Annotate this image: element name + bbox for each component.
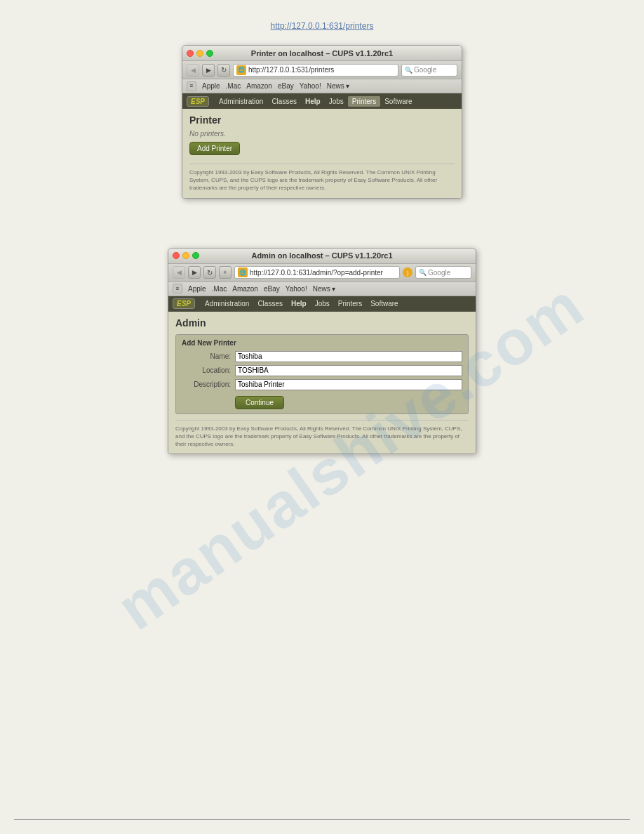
nav-jobs-2[interactable]: Jobs <box>311 298 334 309</box>
nav-administration-1[interactable]: Administration <box>215 96 267 107</box>
bookmarks-icon-1[interactable]: ≡ <box>187 81 196 91</box>
esp-logo-2: ESP <box>173 298 195 309</box>
cups-navbar-2: ESP Administration Classes Help Jobs Pri… <box>168 296 476 312</box>
bookmarks-bar-1: ≡ Apple .Mac Amazon eBay Yahoo! News ▾ <box>182 79 462 93</box>
page-container: manualshive.com http://127.0.0.1:631/pri… <box>0 0 644 834</box>
url-bar-1[interactable]: 🌐 http://127.0.0.1:631/printers <box>233 64 398 77</box>
nav-jobs-1[interactable]: Jobs <box>325 96 348 107</box>
no-printers-text: No printers. <box>189 130 455 138</box>
add-button-2[interactable]: + <box>219 266 232 279</box>
bookmark-mac-1[interactable]: .Mac <box>226 82 241 90</box>
search-text-1: Google <box>414 66 436 74</box>
title-bar-title-2: Admin on localhost – CUPS v1.1.20rc1 <box>251 251 392 260</box>
traffic-light-yellow-2[interactable] <box>182 252 189 259</box>
search-icon-2: 🔍 <box>419 269 427 276</box>
traffic-lights-1 <box>187 50 213 57</box>
continue-button[interactable]: Continue <box>235 396 284 409</box>
page-title-1: Printer <box>189 114 455 126</box>
input-description[interactable] <box>235 379 462 390</box>
cups-footer-1: Copyright 1993-2003 by Easy Software Pro… <box>189 164 455 192</box>
label-location: Location: <box>182 366 231 374</box>
bookmark-news-1[interactable]: News ▾ <box>327 82 350 90</box>
url-text-1: http://127.0.0.1:631/printers <box>248 66 334 74</box>
browser-window-2: Admin on localhost – CUPS v1.1.20rc1 ◀ ▶… <box>168 248 476 455</box>
bookmark-apple-2[interactable]: Apple <box>188 285 206 293</box>
traffic-light-green-2[interactable] <box>192 252 199 259</box>
search-bar-1[interactable]: 🔍 Google <box>401 64 457 77</box>
title-bar-2: Admin on localhost – CUPS v1.1.20rc1 <box>168 249 476 264</box>
form-section-title: Add New Printer <box>182 339 462 347</box>
url-text-2: http://127.0.0.1:631/admin/?op=add-print… <box>250 269 383 277</box>
bookmark-ebay-2[interactable]: eBay <box>264 285 280 293</box>
nav-printers-1[interactable]: Printers <box>348 96 380 107</box>
nav-software-2[interactable]: Software <box>366 298 402 309</box>
browser-window-1: Printer on localhost – CUPS v1.1.20rc1 ◀… <box>182 45 462 199</box>
title-bar-1: Printer on localhost – CUPS v1.1.20rc1 <box>182 46 462 61</box>
traffic-light-red-2[interactable] <box>173 252 180 259</box>
bookmark-amazon-2[interactable]: Amazon <box>232 285 258 293</box>
bookmark-yahoo-1[interactable]: Yahoo! <box>300 82 321 90</box>
nav-printers-2[interactable]: Printers <box>334 298 366 309</box>
refresh-button-1[interactable]: ↻ <box>217 64 230 77</box>
nav-help-2[interactable]: Help <box>287 298 311 309</box>
footer-text-2: Copyright 1993-2003 by Easy Software Pro… <box>175 425 462 447</box>
bookmarks-bar-2: ≡ Apple .Mac Amazon eBay Yahoo! News ▾ <box>168 282 476 296</box>
bookmark-apple-1[interactable]: Apple <box>202 82 220 90</box>
traffic-light-green-1[interactable] <box>206 50 213 57</box>
form-row-location: Location: <box>182 365 462 376</box>
search-icon-1: 🔍 <box>405 67 412 74</box>
input-name[interactable] <box>235 351 462 362</box>
add-printer-button[interactable]: Add Printer <box>189 142 240 155</box>
form-actions: Continue <box>182 395 462 409</box>
nav-administration-2[interactable]: Administration <box>201 298 253 309</box>
back-button-1[interactable]: ◀ <box>187 64 199 77</box>
input-location[interactable] <box>235 365 462 376</box>
nav-help-1[interactable]: Help <box>301 96 325 107</box>
title-bar-title-1: Printer on localhost – CUPS v1.1.20rc1 <box>251 49 393 58</box>
search-text-2: Google <box>428 269 450 277</box>
url-icon-1: 🌐 <box>236 65 246 75</box>
top-link-area: http://127.0.0.1:631/printers <box>0 14 644 45</box>
form-row-description: Description: <box>182 379 462 390</box>
label-name: Name: <box>182 352 231 360</box>
traffic-light-yellow-1[interactable] <box>196 50 203 57</box>
footer-text-1: Copyright 1993-2003 by Easy Software Pro… <box>189 169 437 191</box>
bottom-rule <box>14 819 630 820</box>
bookmark-amazon-1[interactable]: Amazon <box>246 82 272 90</box>
esp-logo-1: ESP <box>187 96 209 107</box>
bookmarks-icon-2[interactable]: ≡ <box>173 284 182 293</box>
admin-title: Admin <box>175 317 469 329</box>
back-button-2[interactable]: ◀ <box>173 266 185 279</box>
label-description: Description: <box>182 380 231 388</box>
traffic-light-red-1[interactable] <box>187 50 194 57</box>
bookmark-ebay-1[interactable]: eBay <box>278 82 294 90</box>
nav-classes-1[interactable]: Classes <box>267 96 301 107</box>
cups-content-2: Admin Add New Printer Name: Location: De… <box>168 312 476 454</box>
cups-footer-2: Copyright 1993-2003 by Easy Software Pro… <box>175 420 469 449</box>
browser-toolbar-1: ◀ ▶ ↻ 🌐 http://127.0.0.1:631/printers 🔍 … <box>182 61 462 79</box>
search-bar-2[interactable]: 🔍 Google <box>415 266 471 279</box>
nav-software-1[interactable]: Software <box>380 96 416 107</box>
cups-content-1: Printer No printers. Add Printer Copyrig… <box>182 109 462 198</box>
url-bar-2[interactable]: 🌐 http://127.0.0.1:631/admin/?op=add-pri… <box>234 266 400 279</box>
add-printer-form: Add New Printer Name: Location: Descript… <box>175 334 469 414</box>
traffic-lights-2 <box>173 252 199 259</box>
bookmark-news-2[interactable]: News ▾ <box>313 285 336 293</box>
cups-navbar-1: ESP Administration Classes Help Jobs Pri… <box>182 93 462 109</box>
bookmark-yahoo-2[interactable]: Yahoo! <box>286 285 307 293</box>
watermark: manualshive.com <box>105 140 596 772</box>
nav-classes-2[interactable]: Classes <box>253 298 287 309</box>
refresh-button-2[interactable]: ↻ <box>203 266 216 279</box>
rss-icon-2: ) <box>403 267 412 277</box>
top-link[interactable]: http://127.0.0.1:631/printers <box>271 21 374 31</box>
url-icon-2: 🌐 <box>238 267 248 277</box>
form-row-name: Name: <box>182 351 462 362</box>
forward-button-2[interactable]: ▶ <box>188 266 201 279</box>
browser-toolbar-2: ◀ ▶ ↻ + 🌐 http://127.0.0.1:631/admin/?op… <box>168 264 476 282</box>
bookmark-mac-2[interactable]: .Mac <box>212 285 227 293</box>
forward-button-1[interactable]: ▶ <box>202 64 215 77</box>
